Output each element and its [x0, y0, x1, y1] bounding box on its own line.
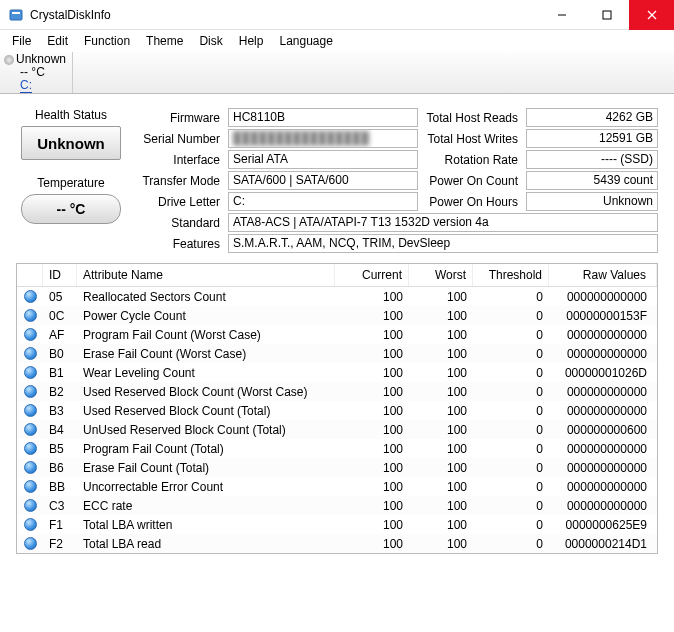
cell-raw: 000000000000 — [549, 479, 657, 495]
menu-theme[interactable]: Theme — [138, 32, 191, 50]
poh-value: Unknown — [526, 192, 658, 211]
menu-function[interactable]: Function — [76, 32, 138, 50]
cell-threshold: 0 — [473, 479, 549, 495]
cell-worst: 100 — [409, 479, 473, 495]
col-attribute-name[interactable]: Attribute Name — [77, 264, 335, 286]
smart-table: ID Attribute Name Current Worst Threshol… — [16, 263, 658, 554]
cell-worst: 100 — [409, 517, 473, 533]
cell-worst: 100 — [409, 308, 473, 324]
cell-current: 100 — [335, 289, 409, 305]
table-row[interactable]: BBUncorrectable Error Count1001000000000… — [17, 477, 657, 496]
table-row[interactable]: 05Reallocated Sectors Count1001000000000… — [17, 287, 657, 306]
cell-name: Program Fail Count (Total) — [77, 441, 335, 457]
cell-threshold: 0 — [473, 346, 549, 362]
transfer-label: Transfer Mode — [134, 174, 224, 188]
disk-tab[interactable]: Unknown -- °C C: — [0, 52, 73, 93]
firmware-label: Firmware — [134, 111, 224, 125]
cell-current: 100 — [335, 327, 409, 343]
drive-letter-value: C: — [228, 192, 418, 211]
poc-label: Power On Count — [422, 174, 522, 188]
maximize-button[interactable] — [584, 0, 629, 30]
cell-name: Used Reserved Block Count (Worst Case) — [77, 384, 335, 400]
cell-id: B6 — [43, 460, 77, 476]
cell-id: B0 — [43, 346, 77, 362]
standard-label: Standard — [134, 216, 224, 230]
table-row[interactable]: B1Wear Leveling Count100100000000001026D — [17, 363, 657, 382]
minimize-button[interactable] — [539, 0, 584, 30]
cell-current: 100 — [335, 403, 409, 419]
menu-edit[interactable]: Edit — [39, 32, 76, 50]
status-orb-icon — [24, 537, 37, 550]
table-row[interactable]: B3Used Reserved Block Count (Total)10010… — [17, 401, 657, 420]
status-orb-icon — [24, 442, 37, 455]
menu-language[interactable]: Language — [271, 32, 340, 50]
cell-id: C3 — [43, 498, 77, 514]
temperature-box[interactable]: -- °C — [21, 194, 121, 224]
cell-id: 0C — [43, 308, 77, 324]
poc-value: 5439 count — [526, 171, 658, 190]
close-button[interactable] — [629, 0, 674, 30]
cell-threshold: 0 — [473, 498, 549, 514]
cell-threshold: 0 — [473, 384, 549, 400]
cell-name: Wear Leveling Count — [77, 365, 335, 381]
cell-raw: 000000000000 — [549, 289, 657, 305]
cell-name: Uncorrectable Error Count — [77, 479, 335, 495]
col-threshold[interactable]: Threshold — [473, 264, 549, 286]
rotation-label: Rotation Rate — [422, 153, 522, 167]
col-worst[interactable]: Worst — [409, 264, 473, 286]
cell-name: Program Fail Count (Worst Case) — [77, 327, 335, 343]
cell-id: B3 — [43, 403, 77, 419]
cell-threshold: 0 — [473, 460, 549, 476]
cell-id: B1 — [43, 365, 77, 381]
table-row[interactable]: F1Total LBA written10010000000000625E9 — [17, 515, 657, 534]
table-row[interactable]: B6Erase Fail Count (Total)10010000000000… — [17, 458, 657, 477]
cell-name: Total LBA read — [77, 536, 335, 552]
menu-disk[interactable]: Disk — [191, 32, 230, 50]
drive-letter-label: Drive Letter — [134, 195, 224, 209]
menu-help[interactable]: Help — [231, 32, 272, 50]
health-status-box[interactable]: Unknown — [21, 126, 121, 160]
cell-threshold: 0 — [473, 422, 549, 438]
disk-tab-strip: Unknown -- °C C: — [0, 52, 674, 94]
features-value: S.M.A.R.T., AAM, NCQ, TRIM, DevSleep — [228, 234, 658, 253]
status-orb-icon — [24, 347, 37, 360]
table-row[interactable]: B0Erase Fail Count (Worst Case)100100000… — [17, 344, 657, 363]
cell-worst: 100 — [409, 536, 473, 552]
table-row[interactable]: B5Program Fail Count (Total)100100000000… — [17, 439, 657, 458]
cell-current: 100 — [335, 441, 409, 457]
cell-current: 100 — [335, 479, 409, 495]
col-id[interactable]: ID — [43, 264, 77, 286]
table-row[interactable]: AFProgram Fail Count (Worst Case)1001000… — [17, 325, 657, 344]
cell-id: 05 — [43, 289, 77, 305]
cell-raw: 000000000000 — [549, 346, 657, 362]
cell-threshold: 0 — [473, 327, 549, 343]
host-reads-label: Total Host Reads — [422, 111, 522, 125]
cell-current: 100 — [335, 422, 409, 438]
cell-raw: 00000000153F — [549, 308, 657, 324]
table-row[interactable]: C3ECC rate1001000000000000000 — [17, 496, 657, 515]
disk-tab-drive: C: — [20, 79, 32, 93]
cell-worst: 100 — [409, 384, 473, 400]
serial-value: ████████████████ — [228, 129, 418, 148]
cell-raw: 0000000214D1 — [549, 536, 657, 552]
disk-status-indicator — [4, 55, 14, 65]
col-raw-values[interactable]: Raw Values — [549, 264, 657, 286]
standard-value: ATA8-ACS | ATA/ATAPI-7 T13 1532D version… — [228, 213, 658, 232]
smart-header: ID Attribute Name Current Worst Threshol… — [17, 264, 657, 287]
col-current[interactable]: Current — [335, 264, 409, 286]
status-orb-icon — [24, 309, 37, 322]
cell-current: 100 — [335, 498, 409, 514]
cell-id: F1 — [43, 517, 77, 533]
table-row[interactable]: 0CPower Cycle Count100100000000000153F — [17, 306, 657, 325]
status-orb-icon — [24, 423, 37, 436]
poh-label: Power On Hours — [422, 195, 522, 209]
cell-name: Power Cycle Count — [77, 308, 335, 324]
table-row[interactable]: B4UnUsed Reserved Block Count (Total)100… — [17, 420, 657, 439]
cell-id: AF — [43, 327, 77, 343]
table-row[interactable]: B2Used Reserved Block Count (Worst Case)… — [17, 382, 657, 401]
cell-id: B4 — [43, 422, 77, 438]
table-row[interactable]: F2Total LBA read10010000000000214D1 — [17, 534, 657, 553]
menu-file[interactable]: File — [4, 32, 39, 50]
cell-worst: 100 — [409, 346, 473, 362]
cell-threshold: 0 — [473, 403, 549, 419]
